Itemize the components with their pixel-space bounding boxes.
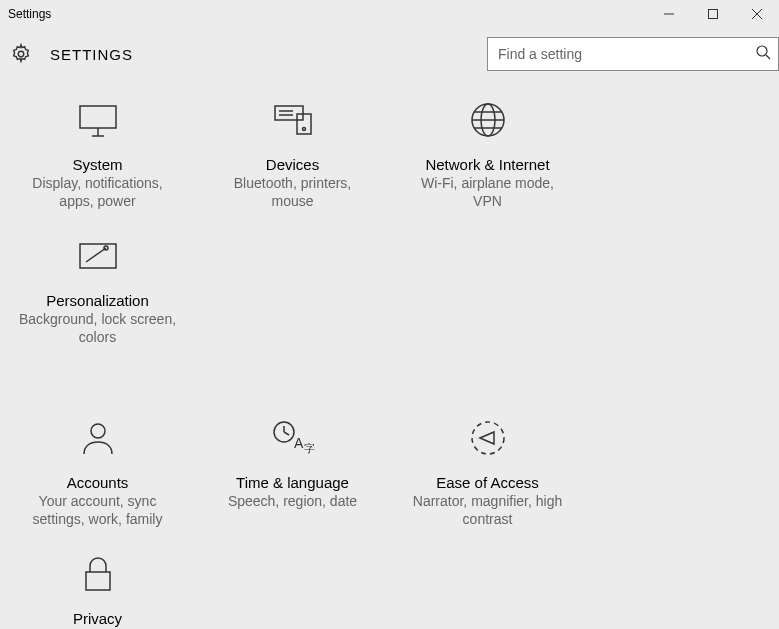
tile-sub: Speech, region, date	[205, 493, 380, 511]
gear-icon	[6, 39, 36, 69]
devices-icon	[205, 90, 380, 150]
tile-sub: Display, notifications, apps, power	[10, 175, 185, 210]
svg-rect-1	[709, 10, 718, 19]
tile-title: Time & language	[205, 474, 380, 491]
tile-privacy[interactable]: Privacy Location, camera	[0, 538, 195, 629]
tile-sub: Bluetooth, printers, mouse	[205, 175, 380, 210]
tile-accounts[interactable]: Accounts Your account, sync settings, wo…	[0, 402, 195, 538]
maximize-button[interactable]	[691, 0, 735, 28]
window-controls	[647, 0, 779, 28]
tile-title: Devices	[205, 156, 380, 173]
page-title: SETTINGS	[50, 46, 133, 63]
svg-line-6	[766, 55, 770, 59]
minimize-button[interactable]	[647, 0, 691, 28]
tile-title: Privacy	[10, 610, 185, 627]
system-icon	[10, 90, 185, 150]
svg-text:字: 字	[304, 442, 315, 454]
close-icon	[751, 8, 763, 20]
tile-title: Accounts	[10, 474, 185, 491]
header-left: SETTINGS	[6, 39, 133, 69]
svg-line-21	[86, 248, 106, 262]
svg-rect-10	[275, 106, 303, 120]
minimize-icon	[663, 8, 675, 20]
tile-title: Network & Internet	[400, 156, 575, 173]
svg-rect-30	[86, 572, 110, 590]
tile-time-language[interactable]: A字 Time & language Speech, region, date	[195, 402, 390, 538]
titlebar: Settings	[0, 0, 779, 28]
search-wrap	[487, 37, 779, 71]
tile-sub: Background, lock screen, colors	[10, 311, 185, 346]
ease-of-access-icon	[400, 408, 575, 468]
tile-network[interactable]: Network & Internet Wi-Fi, airplane mode,…	[390, 84, 585, 220]
tile-title: Personalization	[10, 292, 185, 309]
tiles-grid: System Display, notifications, apps, pow…	[0, 80, 779, 629]
svg-point-29	[472, 422, 504, 454]
personalization-icon	[10, 226, 185, 286]
tile-sub: Narrator, magnifier, high contrast	[400, 493, 575, 528]
tile-sub: Wi-Fi, airplane mode, VPN	[400, 175, 575, 210]
close-button[interactable]	[735, 0, 779, 28]
svg-rect-7	[80, 106, 116, 128]
search-input[interactable]	[487, 37, 779, 71]
globe-icon	[400, 90, 575, 150]
window-title: Settings	[8, 7, 51, 21]
svg-rect-20	[80, 244, 116, 268]
accounts-icon	[10, 408, 185, 468]
svg-line-26	[284, 432, 289, 435]
time-language-icon: A字	[205, 408, 380, 468]
tile-personalization[interactable]: Personalization Background, lock screen,…	[0, 220, 195, 356]
svg-point-23	[91, 424, 105, 438]
svg-point-4	[18, 51, 24, 57]
search-icon	[755, 44, 771, 64]
tile-devices[interactable]: Devices Bluetooth, printers, mouse	[195, 84, 390, 220]
svg-text:A: A	[294, 435, 304, 451]
maximize-icon	[707, 8, 719, 20]
tile-sub: Your account, sync settings, work, famil…	[10, 493, 185, 528]
tile-title: System	[10, 156, 185, 173]
tile-title: Ease of Access	[400, 474, 575, 491]
tile-system[interactable]: System Display, notifications, apps, pow…	[0, 84, 195, 220]
header-row: SETTINGS	[0, 28, 779, 80]
tile-ease-of-access[interactable]: Ease of Access Narrator, magnifier, high…	[390, 402, 585, 538]
svg-point-5	[757, 46, 767, 56]
svg-point-12	[302, 128, 305, 131]
lock-icon	[10, 544, 185, 604]
